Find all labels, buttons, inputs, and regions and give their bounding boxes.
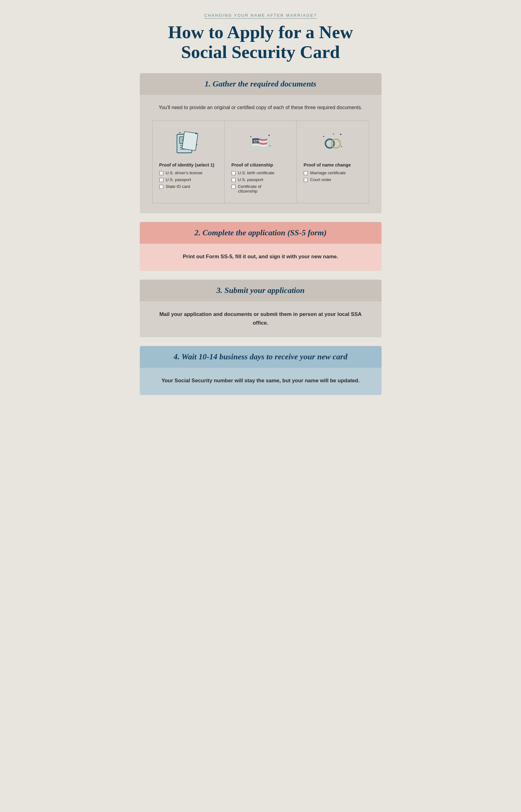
subtitle: Changing your name after marriage?: [140, 13, 382, 22]
checkbox-birth-cert[interactable]: [231, 171, 235, 175]
main-title: How to Apply for a New Social Security C…: [140, 22, 382, 62]
flag-icon: ★★★ ★★ ✦ ✦ ✦: [231, 127, 290, 158]
namechange-item-2[interactable]: Court order: [304, 177, 362, 182]
section-wait-header: 4. Wait 10-14 business days to receive y…: [140, 346, 382, 368]
svg-text:✦: ✦: [268, 134, 270, 137]
doc-column-citizenship: ★★★ ★★ ✦ ✦ ✦ Proof of citizenship U.S. b…: [225, 121, 297, 203]
section-submit-header: 3. Submit your application: [140, 280, 382, 301]
identity-item-3[interactable]: State ID card: [159, 184, 218, 189]
namechange-title: Proof of name change: [304, 162, 362, 167]
identity-item-1[interactable]: U.S. driver's license: [159, 171, 218, 175]
gather-intro: You'll need to provide an original or ce…: [152, 104, 369, 112]
checkbox-court-order[interactable]: [304, 178, 308, 182]
section-gather-body: You'll need to provide an original or ce…: [140, 95, 382, 213]
section-gather-header: 1. Gather the required documents: [140, 73, 382, 95]
section-wait-body: Your Social Security number will stay th…: [140, 368, 382, 395]
identity-title: Proof of identity (select 1): [159, 162, 218, 167]
checkbox-us-passport-cit[interactable]: [231, 178, 235, 182]
rings-icon: ✦ ✦ ✦ ✦: [304, 127, 362, 158]
svg-text:✦: ✦: [250, 135, 252, 138]
page-header: Changing your name after marriage? How t…: [140, 13, 382, 62]
svg-text:✦: ✦: [269, 145, 271, 147]
svg-text:★★: ★★: [254, 142, 257, 143]
citizenship-item-2[interactable]: U.S. passport: [231, 177, 290, 182]
section-gather: 1. Gather the required documents You'll …: [140, 73, 382, 213]
citizenship-title: Proof of citizenship: [231, 162, 290, 167]
checkbox-marriage-cert[interactable]: [304, 171, 308, 175]
checkbox-drivers-license[interactable]: [159, 171, 163, 175]
svg-text:✦: ✦: [333, 133, 334, 135]
svg-text:✦: ✦: [196, 143, 198, 146]
namechange-item-1[interactable]: Marriage certificate: [304, 171, 362, 175]
documents-grid: ✦ ✦ ✦ Proof of identity (select 1) U.S. …: [152, 120, 369, 203]
section-complete-body: Print out Form SS-5, fill it out, and si…: [140, 244, 382, 271]
section-complete: 2. Complete the application (SS-5 form) …: [140, 222, 382, 271]
citizenship-item-3[interactable]: Certificate ofcitizenship: [231, 184, 290, 194]
citizenship-item-1[interactable]: U.S. birth certificate: [231, 171, 290, 175]
section-submit-body: Mail your application and documents or s…: [140, 301, 382, 337]
passport-icon: ✦ ✦ ✦: [159, 127, 218, 158]
checkbox-cert-citizenship[interactable]: [231, 185, 235, 189]
section-complete-header: 2. Complete the application (SS-5 form): [140, 222, 382, 244]
complete-description: Print out Form SS-5, fill it out, and si…: [152, 252, 369, 261]
section-wait: 4. Wait 10-14 business days to receive y…: [140, 346, 382, 395]
svg-text:✦: ✦: [179, 131, 181, 134]
section-submit: 3. Submit your application Mail your app…: [140, 280, 382, 337]
checkbox-state-id[interactable]: [159, 185, 163, 189]
svg-text:✦: ✦: [341, 145, 342, 148]
wait-description: Your Social Security number will stay th…: [152, 376, 369, 385]
doc-column-namechange: ✦ ✦ ✦ ✦ Proof of name change Marriage ce…: [297, 121, 369, 203]
submit-description: Mail your application and documents or s…: [152, 310, 369, 328]
svg-text:✦: ✦: [195, 132, 198, 136]
checkbox-us-passport-id[interactable]: [159, 178, 163, 182]
doc-column-identity: ✦ ✦ ✦ Proof of identity (select 1) U.S. …: [153, 121, 225, 203]
svg-text:✦: ✦: [339, 133, 342, 136]
svg-text:✦: ✦: [323, 135, 325, 138]
identity-item-2[interactable]: U.S. passport: [159, 177, 218, 182]
